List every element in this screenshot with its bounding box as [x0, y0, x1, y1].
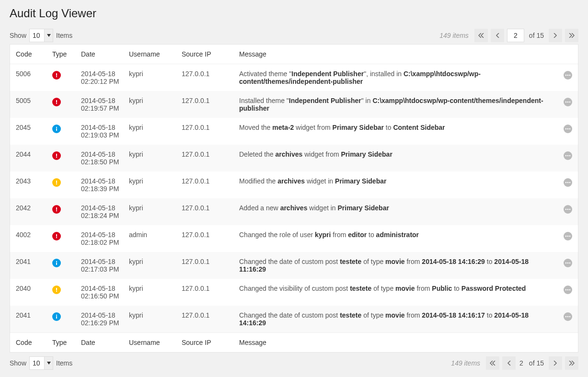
show-label: Show — [10, 32, 26, 39]
first-page-button[interactable] — [474, 29, 488, 42]
first-page-button-bottom[interactable] — [486, 356, 499, 370]
header-type[interactable]: Type — [48, 45, 77, 64]
page-text-bottom: 2 — [519, 359, 524, 367]
cell-date: 2014-05-1802:18:24 PM — [77, 198, 125, 225]
table-row: 20432014-05-1802:18:39 PMkypri127.0.0.1M… — [10, 171, 578, 198]
cell-ip: 127.0.0.1 — [178, 64, 235, 91]
svg-point-47 — [565, 316, 567, 318]
footer-ip[interactable]: Source IP — [178, 333, 235, 353]
svg-rect-16 — [56, 157, 57, 158]
svg-point-43 — [567, 289, 569, 291]
critical-icon — [52, 205, 61, 214]
header-date[interactable]: Date — [77, 45, 125, 64]
more-icon[interactable] — [564, 232, 572, 240]
svg-point-28 — [567, 209, 569, 210]
cell-actions — [559, 225, 578, 252]
more-icon[interactable] — [564, 178, 572, 187]
next-page-button-bottom[interactable] — [549, 356, 562, 370]
table-row: 20412014-05-1802:17:03 PMkypri127.0.0.1C… — [10, 252, 578, 279]
more-icon[interactable] — [564, 71, 572, 80]
cell-message: Installed theme "Independent Publisher" … — [235, 91, 559, 118]
cell-code: 2045 — [10, 118, 48, 145]
cell-code: 2044 — [10, 145, 48, 171]
cell-message: Modified the archives widget in Primary … — [235, 171, 559, 198]
per-page-select-bottom[interactable]: 10 — [29, 356, 53, 370]
footer-date[interactable]: Date — [77, 333, 125, 353]
cell-message: Changed the date of custom post testete … — [235, 252, 559, 279]
per-page-value-bottom: 10 — [30, 359, 44, 367]
cell-actions — [559, 198, 578, 225]
chevron-down-icon — [44, 357, 53, 369]
cell-ip: 127.0.0.1 — [178, 306, 235, 333]
svg-point-37 — [565, 263, 567, 264]
svg-rect-0 — [56, 73, 57, 76]
next-page-button[interactable] — [549, 29, 562, 42]
more-icon[interactable] — [564, 98, 572, 106]
last-page-button[interactable] — [565, 29, 578, 42]
header-ip[interactable]: Source IP — [178, 45, 235, 64]
cell-date: 2014-05-1802:16:29 PM — [77, 306, 125, 333]
page-title: Audit Log Viewer — [10, 7, 578, 20]
chevron-down-icon — [44, 29, 53, 42]
footer-code[interactable]: Code — [10, 333, 48, 353]
cell-actions — [559, 64, 578, 91]
show-label-bottom: Show — [10, 359, 26, 367]
cell-date: 2014-05-1802:20:12 PM — [77, 64, 125, 91]
warning-icon — [52, 178, 61, 187]
per-page-select[interactable]: 10 — [29, 29, 53, 42]
svg-rect-36 — [56, 263, 57, 265]
cell-ip: 127.0.0.1 — [178, 145, 235, 171]
table-row: 50052014-05-1802:19:57 PMkypri127.0.0.1I… — [10, 91, 578, 118]
svg-rect-31 — [56, 237, 57, 238]
svg-rect-45 — [56, 315, 57, 316]
cell-type — [48, 64, 77, 91]
header-msg[interactable]: Message — [235, 45, 559, 64]
table-header: Code Type Date Username Source IP Messag… — [10, 45, 578, 64]
svg-point-9 — [569, 102, 571, 103]
page-input[interactable] — [507, 29, 524, 42]
cell-type — [48, 252, 77, 279]
svg-point-34 — [569, 236, 571, 237]
more-icon[interactable] — [564, 125, 572, 133]
svg-rect-1 — [56, 76, 57, 77]
svg-rect-30 — [56, 234, 57, 237]
cell-user: kypri — [125, 145, 178, 171]
footer-msg[interactable]: Message — [235, 333, 559, 353]
last-page-button-bottom[interactable] — [565, 356, 578, 370]
header-user[interactable]: Username — [125, 45, 178, 64]
svg-point-24 — [569, 182, 571, 183]
prev-page-button[interactable] — [491, 29, 504, 42]
cell-ip: 127.0.0.1 — [178, 252, 235, 279]
cell-actions — [559, 306, 578, 333]
items-label-bottom: Items — [56, 359, 72, 367]
svg-point-49 — [569, 316, 571, 318]
more-icon[interactable] — [564, 205, 572, 214]
more-icon[interactable] — [564, 286, 572, 294]
more-icon[interactable] — [564, 312, 572, 321]
cell-type — [48, 171, 77, 198]
footer-type[interactable]: Type — [48, 333, 77, 353]
footer-user[interactable]: Username — [125, 333, 178, 353]
cell-user: admin — [125, 225, 178, 252]
svg-point-12 — [565, 128, 567, 130]
cell-type — [48, 306, 77, 333]
more-icon[interactable] — [564, 259, 572, 267]
svg-point-39 — [569, 263, 571, 264]
per-page-value: 10 — [30, 32, 44, 39]
cell-user: kypri — [125, 198, 178, 225]
more-icon[interactable] — [564, 151, 572, 160]
cell-code: 2041 — [10, 306, 48, 333]
svg-rect-41 — [56, 291, 57, 292]
of-text: of 15 — [527, 32, 546, 39]
cell-type — [48, 145, 77, 171]
cell-message: Moved the meta-2 widget from Primary Sid… — [235, 118, 559, 145]
header-code[interactable]: Code — [10, 45, 48, 64]
cell-type — [48, 198, 77, 225]
svg-point-22 — [565, 182, 567, 183]
cell-actions — [559, 118, 578, 145]
cell-date: 2014-05-1802:19:57 PM — [77, 91, 125, 118]
svg-rect-40 — [56, 288, 57, 290]
cell-date: 2014-05-1802:18:39 PM — [77, 171, 125, 198]
prev-page-button-bottom[interactable] — [502, 356, 516, 370]
svg-rect-15 — [56, 154, 57, 156]
